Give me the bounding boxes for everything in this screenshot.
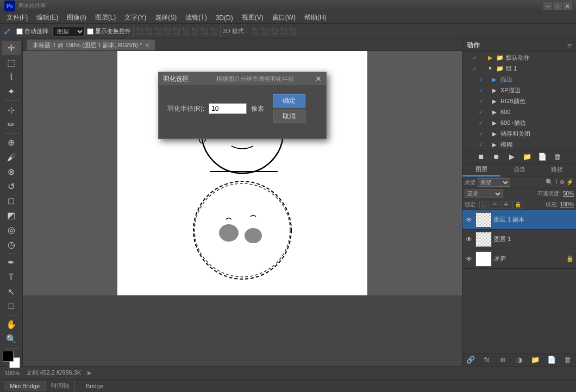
text-tool[interactable]: T [2,270,21,284]
menu-help[interactable]: 帮助(H) [300,12,331,23]
menu-select[interactable]: 选择(S) [151,12,181,23]
layer-visibility-bg[interactable]: 👁 [465,255,473,263]
menu-file[interactable]: 文件(F) [2,12,32,23]
menu-layer[interactable]: 图层(L) [91,12,121,23]
magic-wand-tool[interactable]: ✦ [2,85,21,98]
hand-tool[interactable]: ✋ [2,318,21,331]
layer-item-1[interactable]: 👁 图层 1 [462,230,576,249]
action-item-rgb[interactable]: ✓ ▶ RGB颜色 [462,96,576,106]
lasso-tool[interactable]: ⌇ [2,71,21,84]
layer-type-select[interactable]: 类型 [478,178,510,187]
tool-divider-3 [4,254,19,254]
tab-mini-bridge[interactable]: Mini Bridge [4,381,46,391]
gradient-tool[interactable]: ◩ [2,208,21,222]
dodge-tool[interactable]: ◷ [2,238,21,251]
action-arrow-xp: ▶ [491,86,498,94]
healing-tool[interactable]: ⊕ [2,136,21,149]
title-bar-left: Ps 网来软件网 [4,1,46,11]
history-brush-tool[interactable]: ↺ [2,180,21,193]
foreground-color-swatch[interactable] [3,351,14,362]
action-record-btn[interactable]: ⏺ [491,152,503,162]
action-item-xpstroke[interactable]: ✓ ▶ XP描边 [462,85,576,96]
menu-image[interactable]: 图像(I) [62,12,90,23]
layer-group-btn[interactable]: 📁 [529,354,541,366]
action-check-xp: ✓ [478,87,484,93]
action-item-600stroke[interactable]: ✓ ▶ 600+描边 [462,117,576,128]
tab-timeline[interactable]: 时间轴 [46,380,75,391]
auto-select-checkbox[interactable] [16,28,23,35]
feather-radius-input[interactable] [209,103,247,114]
action-stop-btn[interactable]: ⏹ [475,152,487,162]
path-select-tool[interactable]: ↖ [2,285,21,299]
action-play-btn[interactable]: ▶ [506,152,518,162]
document-tab[interactable]: 未标题-1 @ 100% (图层 1 副本, RGB/8) * ✕ [27,40,155,50]
shape-tool[interactable]: □ [2,300,21,313]
action-new-set-btn[interactable]: 📁 [521,152,533,162]
layer-mask-btn[interactable]: ⊕ [497,354,509,366]
status-arrow[interactable]: ▶ [87,370,92,376]
close-button[interactable]: ✕ [563,2,572,10]
blur-tool[interactable]: ◎ [2,223,21,237]
auto-select-type[interactable]: 图层 [52,27,85,36]
layer-link-btn[interactable]: 🔗 [465,354,477,366]
action-check-rgb: ✓ [478,98,484,104]
color-swatches[interactable] [3,351,20,366]
action-item-600[interactable]: ✓ ▶ 600 [462,106,576,117]
menu-window[interactable]: 窗口(W) [268,12,300,23]
action-folder-icon2: 📁 [496,54,504,61]
actions-panel-menu[interactable]: ≡ [567,41,572,50]
fill-value[interactable]: 100% [560,201,574,207]
layer-visibility-copy[interactable]: 👁 [465,216,473,224]
action-item-stroke[interactable]: ✓ ▶ 描边 [462,74,576,85]
menu-3d[interactable]: 3D(D) [211,13,237,23]
pen-tool[interactable]: ✒ [2,256,21,269]
lock-pixels-btn[interactable]: ✏ [491,201,499,208]
layer-item-bg[interactable]: 👁 矛庐 🔒 [462,249,576,269]
layer-new-btn[interactable]: 📄 [546,354,558,366]
clone-stamp-tool[interactable]: ⊗ [2,165,21,179]
action-arrow-stroke: ▶ [491,75,498,83]
lock-all-btn[interactable]: 🔒 [512,201,523,208]
dialog-close-button[interactable]: ✕ [315,75,322,83]
layer-style-btn[interactable]: fx [481,354,493,366]
action-item-default[interactable]: ✓ ▶ 📁 默认动作 [462,52,576,63]
action-item-group1[interactable]: ✓ ▼ 📁 组 1 [462,63,576,74]
layer-adjustment-btn[interactable]: ◑ [513,354,525,366]
tab-layers[interactable]: 图层 [462,163,500,176]
document-tab-close[interactable]: ✕ [145,42,149,48]
action-delete-btn[interactable]: 🗑 [552,152,564,162]
menu-text[interactable]: 文字(Y) [120,12,151,23]
layer-visibility-1[interactable]: 👁 [465,235,473,244]
transform-checkbox[interactable] [87,28,93,35]
tab-paths[interactable]: 路径 [538,163,576,176]
opacity-value[interactable]: 50% [563,191,574,197]
maximize-button[interactable]: □ [553,2,562,10]
minimize-button[interactable]: ─ [543,2,552,10]
blend-mode-select[interactable]: 正常 [465,189,503,198]
brush-tool[interactable]: 🖌 [2,150,21,164]
dialog-ok-button[interactable]: 确定 [273,94,305,108]
menu-view[interactable]: 视图(V) [237,12,268,23]
layer-list: 👁 图层 1 副本 👁 图层 1 👁 矛庐 [462,210,576,353]
zoom-tool[interactable]: 🔍 [2,332,21,346]
crop-tool[interactable]: ⊹ [2,103,21,117]
menu-filter[interactable]: 滤镜(T) [181,12,211,23]
eyedropper-tool[interactable]: ✏ [2,118,21,131]
rectangle-select-tool[interactable]: ⬚ [2,56,21,69]
move-tool[interactable]: ✛ [2,41,21,55]
lock-position-btn[interactable]: ✛ [502,201,510,208]
layer-item-copy[interactable]: 👁 图层 1 副本 [462,210,576,230]
lock-transparent-btn[interactable]: ⬚ [479,201,489,208]
layer-name-copy: 图层 1 副本 [494,216,574,224]
right-panel: 动作 ≡ ✓ ▶ 📁 默认动作 ✓ ▼ 📁 组 1 ✓ [462,39,576,366]
svg-point-8 [219,224,239,242]
tab-channels[interactable]: 通道 [500,163,539,176]
menu-edit[interactable]: 编辑(E) [32,12,62,23]
action-label-group1: 组 1 [506,65,517,73]
layer-delete-btn[interactable]: 🗑 [562,354,574,366]
dialog-cancel-button[interactable]: 取消 [273,110,305,123]
action-new-btn[interactable]: 📄 [536,152,548,162]
action-item-save[interactable]: ✓ ▶ 储存和关闭 [462,128,576,139]
eraser-tool[interactable]: ◻ [2,194,21,207]
action-item-blur[interactable]: ✓ ▶ 模糊 [462,139,576,150]
